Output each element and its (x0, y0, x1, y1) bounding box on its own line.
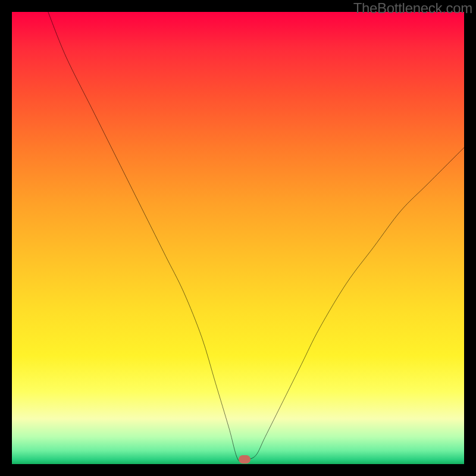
chart-plot-area (12, 12, 464, 464)
attribution-label: TheBottleneck.com (353, 0, 472, 17)
optimal-point-marker (239, 455, 250, 464)
bottleneck-curve (12, 12, 464, 464)
